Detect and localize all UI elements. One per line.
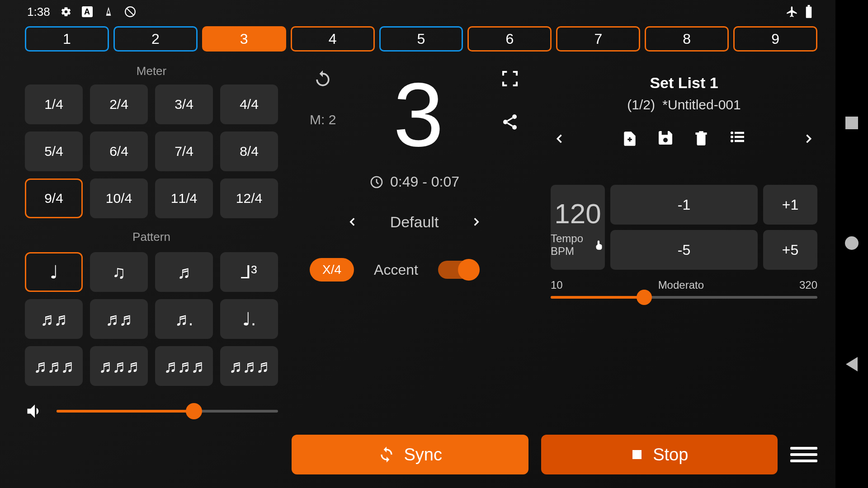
pattern-1[interactable]: ♩ — [25, 252, 83, 292]
meter-5-4[interactable]: 5/4 — [25, 131, 83, 171]
pattern-3[interactable]: ♬ — [155, 252, 213, 292]
volume-icon[interactable] — [25, 401, 45, 421]
android-navbar — [835, 0, 868, 488]
tempo-display[interactable]: 120 Tempo BPM — [551, 185, 605, 270]
timer-row: 0:49 - 0:07 — [301, 174, 528, 190]
menu-button[interactable] — [790, 447, 817, 462]
no-ads-icon — [124, 6, 136, 18]
meter-7-4[interactable]: 7/4 — [155, 131, 213, 171]
preset-name[interactable]: Default — [390, 213, 439, 231]
tempo-word: Moderato — [658, 279, 704, 291]
tempo-plus-1-button[interactable]: +1 — [763, 185, 817, 225]
meter-1-4[interactable]: 1/4 — [25, 84, 83, 124]
meter-6-4[interactable]: 6/4 — [90, 131, 148, 171]
back-button[interactable] — [846, 357, 858, 371]
tempo-plus-5-button[interactable]: +5 — [763, 230, 817, 270]
x4-button[interactable]: X/4 — [310, 258, 354, 282]
tempo-minus-5-button[interactable]: -5 — [610, 230, 758, 270]
save-icon[interactable] — [656, 129, 675, 149]
beat-counter: 3 — [393, 70, 443, 160]
volume-slider[interactable] — [57, 410, 278, 413]
pattern-12[interactable]: ♬♬♬ — [220, 346, 278, 386]
setlist-title[interactable]: Set List 1 — [551, 74, 817, 92]
song-name[interactable]: *Untitled-001 — [662, 97, 741, 112]
meter-4-4[interactable]: 4/4 — [220, 84, 278, 124]
pattern-8[interactable]: ♩. — [220, 299, 278, 339]
beat-6[interactable]: 6 — [467, 26, 552, 52]
clock: 1:38 — [27, 5, 50, 19]
stop-icon — [630, 448, 644, 461]
beats-row: 123456789 — [25, 26, 817, 52]
fullscreen-icon[interactable] — [501, 70, 519, 88]
meter-12-4[interactable]: 12/4 — [220, 178, 278, 218]
svg-rect-13 — [735, 136, 744, 138]
tempo-value: 120 — [554, 197, 601, 230]
pattern-4[interactable]: ⅃³ — [220, 252, 278, 292]
stop-button[interactable]: Stop — [541, 435, 778, 474]
sync-label: Sync — [404, 445, 442, 465]
tempo-min: 10 — [551, 279, 563, 291]
tempo-max: 320 — [799, 279, 817, 291]
pattern-7[interactable]: ♬. — [155, 299, 213, 339]
meter-11-4[interactable]: 11/4 — [155, 178, 213, 218]
recents-button[interactable] — [845, 117, 858, 129]
pattern-2[interactable]: ♫ — [90, 252, 148, 292]
beat-5[interactable]: 5 — [379, 26, 463, 52]
beat-3[interactable]: 3 — [202, 26, 286, 52]
share-icon[interactable] — [501, 113, 519, 131]
beat-8[interactable]: 8 — [645, 26, 729, 52]
svg-rect-12 — [735, 132, 744, 134]
list-icon[interactable] — [728, 129, 747, 149]
clock-icon — [369, 175, 384, 189]
home-button[interactable] — [845, 236, 859, 250]
meter-8-4[interactable]: 8/4 — [220, 131, 278, 171]
song-prev-icon[interactable] — [553, 130, 566, 148]
svg-point-8 — [663, 138, 668, 142]
pattern-10[interactable]: ♬♬♬ — [90, 346, 148, 386]
svg-point-5 — [512, 125, 517, 130]
tap-icon — [593, 238, 605, 252]
tempo-slider[interactable] — [551, 296, 817, 299]
pattern-9[interactable]: ♬♬♬ — [25, 346, 83, 386]
pattern-11[interactable]: ♬♬♬ — [155, 346, 213, 386]
metronome-icon — [103, 6, 114, 18]
svg-point-9 — [731, 131, 733, 134]
svg-point-10 — [731, 136, 733, 138]
settings-icon — [60, 6, 72, 18]
pattern-grid: ♩♫♬⅃³♬♬♬♬♬.♩.♬♬♬♬♬♬♬♬♬♬♬♬ — [25, 252, 278, 386]
measure-label: M: 2 — [310, 112, 336, 127]
beat-7[interactable]: 7 — [556, 26, 640, 52]
meter-label: Meter — [25, 64, 278, 78]
svg-rect-2 — [808, 5, 810, 7]
meter-9-4[interactable]: 9/4 — [25, 178, 83, 218]
svg-rect-1 — [806, 7, 812, 18]
svg-point-11 — [731, 140, 733, 142]
svg-rect-15 — [632, 450, 642, 459]
beat-9[interactable]: 9 — [733, 26, 817, 52]
delete-icon[interactable] — [693, 129, 710, 149]
meter-2-4[interactable]: 2/4 — [90, 84, 148, 124]
pattern-label: Pattern — [25, 230, 278, 244]
meter-grid: 1/42/43/44/45/46/47/48/49/410/411/412/4 — [25, 84, 278, 218]
beat-2[interactable]: 2 — [113, 26, 198, 52]
meter-10-4[interactable]: 10/4 — [90, 178, 148, 218]
meter-3-4[interactable]: 3/4 — [155, 84, 213, 124]
beat-4[interactable]: 4 — [291, 26, 375, 52]
svg-point-4 — [503, 120, 508, 124]
tempo-minus-1-button[interactable]: -1 — [610, 185, 758, 225]
timer-text: 0:49 - 0:07 — [390, 174, 459, 190]
setlist-header: Set List 1 (1/2) *Untitled-001 — [551, 74, 817, 113]
sync-button[interactable]: Sync — [292, 435, 528, 474]
preset-prev-icon[interactable] — [347, 213, 359, 231]
song-next-icon[interactable] — [802, 130, 815, 148]
svg-point-3 — [512, 114, 517, 119]
pattern-6[interactable]: ♬♬ — [90, 299, 148, 339]
pattern-5[interactable]: ♬♬ — [25, 299, 83, 339]
beat-1[interactable]: 1 — [25, 26, 109, 52]
repeat-icon[interactable] — [313, 70, 333, 89]
new-file-icon[interactable] — [621, 129, 638, 149]
preset-next-icon[interactable] — [470, 213, 482, 231]
status-bar: 1:38 A — [25, 0, 817, 23]
accent-toggle[interactable] — [438, 261, 477, 279]
setlist-position: (1/2) — [627, 97, 655, 112]
